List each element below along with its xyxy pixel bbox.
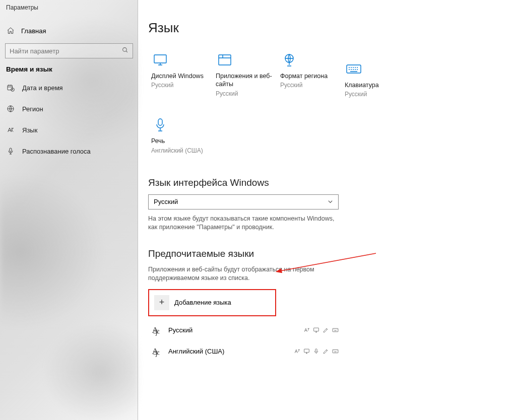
language-name: Русский xyxy=(168,326,192,334)
page-title: Язык xyxy=(148,20,516,36)
search-icon xyxy=(122,46,128,55)
section-preferred-languages: Предпочитаемые языки xyxy=(148,248,516,259)
sidebar-item-region[interactable]: Регион xyxy=(0,98,138,119)
plus-icon: + xyxy=(154,295,169,310)
language-row[interactable]: A字 Английский (США) xyxy=(148,344,339,359)
sidebar: Параметры Главная Время и язык Дата и вр… xyxy=(0,0,138,420)
language-feature-icons xyxy=(294,348,339,355)
sidebar-item-label: Дата и время xyxy=(22,84,63,92)
tile-sub: Русский xyxy=(151,82,210,89)
window-icon xyxy=(216,52,234,68)
tile-title: Формат региона xyxy=(280,72,339,80)
tile-sub: Русский xyxy=(345,91,403,98)
keyboard-small-icon xyxy=(332,348,339,355)
tile-speech[interactable]: Речь Английский (США) xyxy=(148,114,213,161)
overview-tiles: Дисплей Windows Русский Приложения и веб… xyxy=(148,49,420,161)
globe-icon xyxy=(6,104,15,113)
display-language-select[interactable]: Русский xyxy=(148,194,339,209)
calendar-clock-icon xyxy=(6,83,15,92)
tile-title: Дисплей Windows xyxy=(151,72,210,80)
globe-stand-icon xyxy=(280,52,298,68)
tile-apps[interactable]: Приложения и веб-сайты Русский xyxy=(213,49,277,105)
language-row[interactable]: A字 Русский xyxy=(148,323,339,337)
microphone-icon xyxy=(6,147,15,156)
display-language-helper: На этом языке будут показываться такие к… xyxy=(148,215,339,232)
add-language-button[interactable]: + Добавление языка xyxy=(148,289,276,316)
tile-title: Клавиатура xyxy=(345,81,403,89)
language-glyph-icon: A字 xyxy=(148,325,162,335)
svg-rect-5 xyxy=(154,55,166,63)
microphone-small-icon xyxy=(313,348,319,355)
tile-title: Приложения и веб-сайты xyxy=(216,72,274,89)
tile-sub: Английский (США) xyxy=(151,147,210,154)
handwriting-icon xyxy=(322,348,329,355)
handwriting-icon xyxy=(322,327,329,333)
microphone-icon xyxy=(151,117,169,133)
sidebar-section: Время и язык xyxy=(0,58,138,77)
sidebar-item-language[interactable]: Язык xyxy=(0,119,138,141)
svg-rect-12 xyxy=(304,349,309,353)
language-glyph-icon: A字 xyxy=(148,346,162,357)
home-icon xyxy=(6,26,15,35)
search-input-wrap[interactable] xyxy=(5,43,133,58)
select-value: Русский xyxy=(154,198,178,205)
nav-home-label: Главная xyxy=(21,27,46,35)
sidebar-item-label: Регион xyxy=(22,105,43,113)
main-content: Язык Дисплей Windows Русский Приложения … xyxy=(138,0,516,420)
text-to-speech-icon xyxy=(303,327,310,333)
tile-display[interactable]: Дисплей Windows Русский xyxy=(148,49,213,105)
svg-rect-10 xyxy=(314,328,319,331)
language-feature-icons xyxy=(303,327,339,333)
nav-home[interactable]: Главная xyxy=(0,21,138,40)
add-language-label: Добавление языка xyxy=(174,299,231,306)
language-icon xyxy=(6,125,15,134)
svg-point-0 xyxy=(123,48,127,52)
section-display-language: Язык интерфейса Windows xyxy=(148,177,516,188)
language-name: Английский (США) xyxy=(168,347,224,355)
display-icon xyxy=(303,348,310,355)
tile-keyboard[interactable]: Клавиатура Русский xyxy=(342,58,406,105)
sidebar-item-speech[interactable]: Распознавание голоса xyxy=(0,141,138,162)
tile-title: Речь xyxy=(151,137,210,145)
keyboard-small-icon xyxy=(332,327,339,333)
monitor-icon xyxy=(151,52,169,68)
tile-sub: Русский xyxy=(216,90,274,97)
display-icon xyxy=(313,327,319,333)
tile-sub: Русский xyxy=(280,82,339,89)
tile-region[interactable]: Формат региона Русский xyxy=(277,49,342,105)
sidebar-item-label: Распознавание голоса xyxy=(22,148,91,155)
svg-rect-9 xyxy=(158,119,162,125)
window-title: Параметры xyxy=(0,0,138,15)
svg-rect-4 xyxy=(10,148,12,152)
sidebar-item-label: Язык xyxy=(22,126,37,134)
sidebar-item-datetime[interactable]: Дата и время xyxy=(0,77,138,98)
svg-rect-6 xyxy=(219,55,231,65)
search-input[interactable] xyxy=(10,47,122,55)
svg-rect-14 xyxy=(333,349,338,353)
chevron-down-icon xyxy=(328,199,333,204)
svg-rect-1 xyxy=(8,85,12,90)
text-to-speech-icon xyxy=(294,348,300,355)
preferred-languages-helper: Приложения и веб-сайты будут отображатьс… xyxy=(148,265,339,283)
svg-rect-11 xyxy=(333,328,338,332)
svg-rect-13 xyxy=(315,349,317,352)
keyboard-icon xyxy=(345,61,363,77)
